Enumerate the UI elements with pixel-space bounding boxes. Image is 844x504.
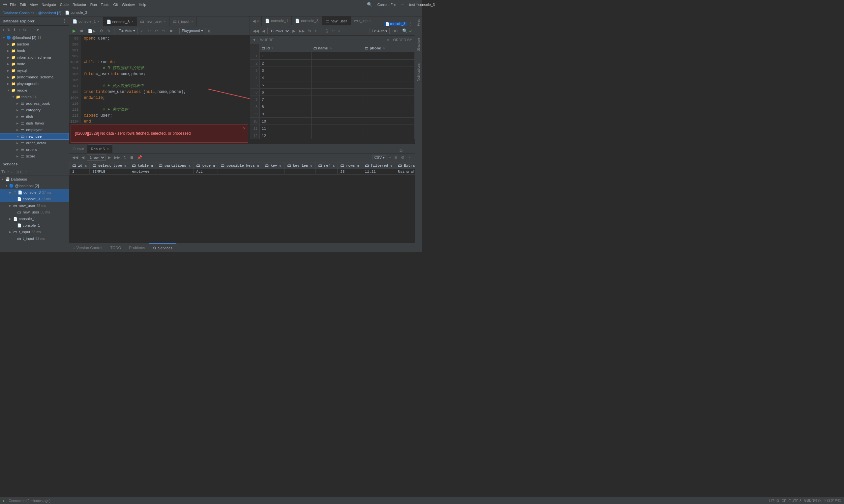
cell-name[interactable] — [312, 118, 363, 125]
result-col-Extra[interactable]: 🗃 Extra ⇅ — [395, 162, 415, 169]
menu-git[interactable]: Git — [114, 3, 118, 6]
delete-row-button[interactable]: − — [319, 28, 323, 34]
col-phone-sort[interactable]: ⇅ — [382, 47, 385, 50]
refresh-button[interactable]: ↻ — [6, 27, 11, 33]
res-last-button[interactable]: ▶▶ — [113, 155, 121, 160]
db-tree-item-mysql[interactable]: ▶📁mysql — [0, 67, 69, 74]
db-tree-item-pinyougoudb[interactable]: ▶📁pinyougoudb — [0, 80, 69, 87]
cell-phone[interactable] — [363, 82, 415, 88]
cell-phone[interactable] — [363, 103, 415, 110]
svc-group-button[interactable]: ⊞ — [16, 170, 19, 174]
data-search-icon[interactable]: 🔍 — [402, 28, 408, 33]
svc-item-console-3[interactable]: ▶📄console_337 ms — [0, 189, 69, 196]
menu-tools[interactable]: Tools — [101, 3, 109, 6]
tab-new-user[interactable]: 🗃 new_user × — [137, 17, 169, 26]
redo-button[interactable]: ↷ — [160, 28, 167, 34]
tab-console3[interactable]: 📄 console_3 × — [103, 17, 137, 26]
settings-icon[interactable]: ⚙ — [22, 27, 28, 33]
bottom-tab-output[interactable]: Output — [69, 145, 88, 153]
svc-item-new-user[interactable]: 🗃new_user65 ms — [0, 209, 69, 215]
db-explorer-more-icon[interactable]: ⋮ — [62, 19, 66, 23]
col-phone-header[interactable]: 🗃 phone ⇅ — [363, 44, 415, 52]
collapse-result-button[interactable]: — — [406, 148, 415, 153]
result-col-type[interactable]: 🗃 type ⇅ — [193, 162, 218, 169]
ddl-button[interactable]: DDL — [391, 29, 401, 33]
db-tree-item-category[interactable]: ▶🗃category — [0, 107, 69, 113]
res-next-button[interactable]: ▶ — [107, 155, 112, 160]
db-tree-item-new-user[interactable]: ▶🗃new_user — [0, 133, 69, 140]
menu-refactor[interactable]: Refactor — [72, 3, 86, 6]
svc-item-console-1[interactable]: 📄console_1 — [0, 222, 69, 229]
data-row-7[interactable]: 7 7 — [250, 96, 415, 103]
prev-page-button[interactable]: ◀ — [261, 28, 266, 34]
svc-item-console-3[interactable]: 📄console_337 ms — [0, 196, 69, 202]
cell-id[interactable]: 5 — [260, 82, 312, 88]
tab-console1[interactable]: 📄 console_1 × — [69, 17, 103, 26]
data-tab-console1[interactable]: 📄 console_1 — [262, 16, 292, 25]
menu-view[interactable]: View — [30, 3, 38, 6]
notifications-tab[interactable]: Notifications — [417, 60, 420, 84]
data-row-1[interactable]: 1 1 — [250, 52, 415, 60]
search-icon[interactable]: 🔍 — [367, 2, 372, 7]
console3-close[interactable]: × — [132, 20, 133, 23]
data-row-3[interactable]: 3 3 — [250, 67, 415, 74]
db-tree-item-performance-schema[interactable]: ▶📁performance_schema — [0, 74, 69, 80]
result-col-table[interactable]: 🗃 table ⇅ — [129, 162, 156, 169]
rows-per-page-select[interactable]: 12 rows 25 rows 50 rows — [268, 28, 290, 34]
cell-phone[interactable] — [363, 110, 415, 117]
format-button[interactable]: ↻ — [106, 28, 112, 34]
svc-item-console-1[interactable]: ▶📄console_1 — [0, 215, 69, 222]
bottom-tab-version-control[interactable]: ↕ Version Control — [69, 243, 106, 252]
data-row-6[interactable]: 6 6 — [250, 89, 415, 96]
data-row-10[interactable]: 10 10 — [250, 118, 415, 125]
cell-id[interactable]: 2 — [260, 60, 312, 67]
new-user-close[interactable]: × — [164, 20, 166, 23]
result-col-ref[interactable]: 🗃 ref ⇅ — [315, 162, 338, 169]
svc-item-new-user[interactable]: ▶🗃new_user65 ms — [0, 202, 69, 209]
menu-navigate[interactable]: Navigate — [41, 3, 56, 6]
menu-file[interactable]: File — [10, 3, 16, 6]
result-col-rows[interactable]: 🗃 rows ⇅ — [338, 162, 362, 169]
res-rows-select[interactable]: 1 row — [87, 154, 105, 161]
stop-button[interactable]: ⏹ — [79, 28, 85, 34]
db-tree-item-address-book[interactable]: ▶🗃address_book — [0, 100, 69, 107]
tx-auto-select[interactable]: Tx: Auto ▾ — [117, 28, 137, 34]
run-file-button[interactable]: 📄▶ — [86, 28, 97, 34]
data-row-11[interactable]: 11 11 — [250, 125, 415, 132]
breadcrumb-localhost[interactable]: @localhost [2] — [38, 11, 61, 15]
add-row-button[interactable]: + — [313, 28, 318, 34]
cell-name[interactable] — [312, 82, 363, 88]
commit-button[interactable]: ✓ — [337, 28, 342, 34]
res-more-button[interactable]: ⋮ — [407, 155, 413, 160]
res-add-filter-button[interactable]: + — [388, 155, 392, 160]
cell-name[interactable] — [312, 67, 363, 74]
console1-close[interactable]: × — [98, 20, 99, 23]
csv-export-button[interactable]: CSV ▾ — [373, 155, 386, 160]
data-row-8[interactable]: 8 8 — [250, 103, 415, 110]
db-tree-item-orders[interactable]: ▶🗃orders — [0, 146, 69, 153]
svc-tx-button[interactable]: Tx — [1, 170, 5, 174]
col-name-sort[interactable]: ⇅ — [329, 47, 332, 50]
db-tree-item-score[interactable]: ▶🗃score — [0, 153, 69, 159]
res-pin-button[interactable]: 📌 — [136, 155, 143, 160]
menu-help[interactable]: Help — [139, 3, 147, 6]
run-button[interactable]: ▶ — [71, 28, 77, 34]
revert-button[interactable]: ↩ — [330, 28, 335, 34]
cell-phone[interactable] — [363, 96, 415, 103]
cell-id[interactable]: 3 — [260, 67, 312, 74]
cell-phone[interactable] — [363, 118, 415, 125]
clone-row-button[interactable]: ⎘ — [325, 28, 329, 34]
db-tree-item-auction[interactable]: ▶📁auction — [0, 41, 69, 48]
res-group-button[interactable]: ⊞ — [393, 155, 399, 160]
result-col-possible_keys[interactable]: 🗃 possible_keys ⇅ — [218, 162, 262, 169]
commit-button[interactable]: ✓ — [139, 28, 145, 34]
db-tree-item-information-schema[interactable]: ▶📁information_schema — [0, 54, 69, 60]
bottom-tab-problems[interactable]: Problems — [125, 243, 149, 252]
res-refresh-button[interactable]: ↻ — [122, 155, 127, 160]
svc-item-Database[interactable]: ▼💾Database — [0, 176, 69, 182]
col-id-sort[interactable]: ⇅ — [271, 47, 274, 50]
cell-name[interactable] — [312, 110, 363, 117]
settings-button[interactable]: ⚙ — [98, 28, 104, 34]
sort-button[interactable]: ↕ — [17, 28, 21, 33]
structure-tab[interactable]: Structure — [417, 35, 420, 54]
